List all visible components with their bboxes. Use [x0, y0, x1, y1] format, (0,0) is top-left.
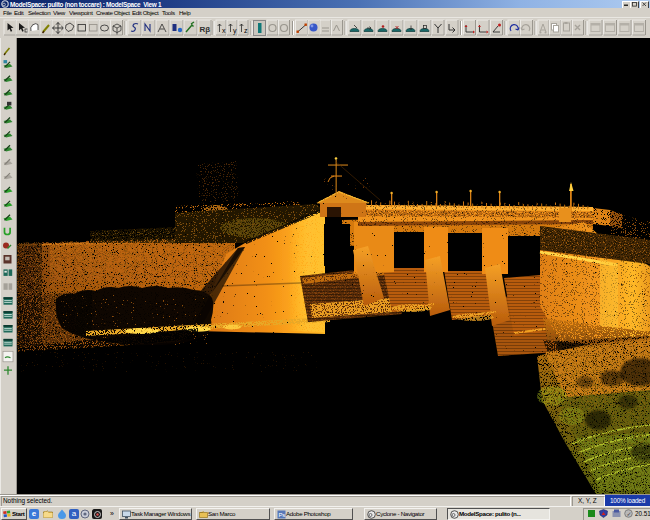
svg-text:x: x	[222, 27, 226, 34]
svg-text:y: y	[233, 27, 237, 35]
svg-text:✓: ✓	[627, 511, 632, 517]
svg-text:Ps: Ps	[279, 512, 286, 518]
svg-text:Rβ: Rβ	[200, 25, 211, 34]
svg-text:z: z	[244, 27, 248, 34]
